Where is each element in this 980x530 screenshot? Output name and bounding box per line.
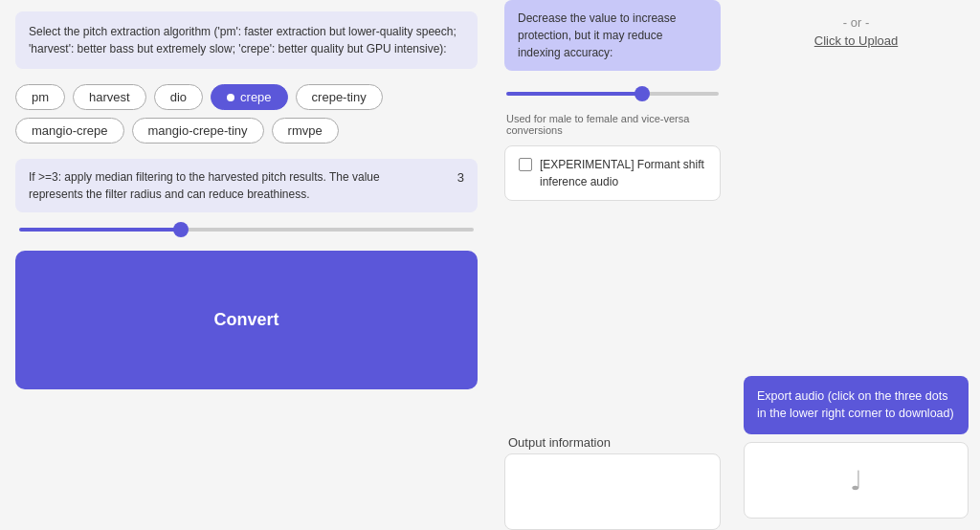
algorithm-info-box: Select the pitch extraction algorithm ('…	[15, 11, 478, 69]
export-box: Export audio (click on the three dots in…	[744, 376, 969, 435]
formant-label: [EXPERIMENTAL] Formant shift inference a…	[540, 156, 706, 190]
output-label: Output information	[504, 428, 721, 453]
pitch-slider-container	[504, 78, 721, 103]
algo-btn-mangio-crepe[interactable]: mangio-crepe	[15, 118, 124, 144]
crepe-selected-dot	[227, 94, 234, 101]
algo-btn-harvest[interactable]: harvest	[73, 84, 146, 110]
main-container: Select the pitch extraction algorithm ('…	[0, 0, 980, 530]
middle-panel: Decrease the value to increase protectio…	[493, 0, 732, 530]
right-panel: - or - Click to Upload Export audio (cli…	[732, 0, 980, 530]
filter-slider-container	[15, 218, 478, 235]
filter-slider[interactable]	[19, 228, 474, 232]
middle-spacer	[504, 212, 721, 409]
filter-info-box: If >=3: apply median filtering to the ha…	[15, 159, 478, 212]
pitch-section: Decrease the value to increase protectio…	[504, 0, 721, 201]
algo-btn-rmvpe-label: rmvpe	[288, 123, 323, 138]
algo-btn-mangio-crepe-tiny[interactable]: mangio-crepe-tiny	[132, 118, 264, 144]
music-icon: ♩	[850, 465, 862, 497]
convert-label: Convert	[213, 310, 278, 330]
algo-btn-rmvpe[interactable]: rmvpe	[272, 118, 339, 144]
left-panel: Select the pitch extraction algorithm ('…	[0, 0, 493, 530]
pitch-info-box: Decrease the value to increase protectio…	[504, 0, 721, 71]
export-section: Export audio (click on the three dots in…	[744, 376, 969, 519]
algo-btn-pm[interactable]: pm	[15, 84, 65, 110]
filter-section: If >=3: apply median filtering to the ha…	[15, 159, 478, 235]
upload-section: - or - Click to Upload	[744, 0, 969, 55]
algo-btn-mangio-crepe-tiny-label: mangio-crepe-tiny	[148, 123, 248, 138]
output-section: Output information	[504, 420, 721, 530]
audio-player-area: ♩	[744, 442, 969, 519]
algo-btn-mangio-crepe-label: mangio-crepe	[32, 123, 108, 138]
pitch-slider[interactable]	[506, 92, 719, 96]
upload-click-text[interactable]: Click to Upload	[814, 33, 898, 48]
algo-btn-harvest-label: harvest	[89, 90, 130, 104]
algo-btn-pm-label: pm	[32, 90, 49, 104]
formant-checkbox[interactable]	[519, 158, 532, 171]
upload-or-text: - or -	[843, 15, 869, 30]
algo-btn-crepe[interactable]: crepe	[211, 84, 288, 110]
formant-box[interactable]: [EXPERIMENTAL] Formant shift inference a…	[504, 145, 721, 201]
algorithm-buttons-group: pm harvest dio crepe crepe-tiny mangio-c…	[15, 80, 478, 147]
algo-btn-crepe-tiny-label: crepe-tiny	[312, 90, 367, 104]
export-label: Export audio (click on the three dots in…	[757, 389, 954, 421]
algo-btn-dio[interactable]: dio	[154, 84, 203, 110]
pitch-info-text: Decrease the value to increase protectio…	[518, 11, 676, 59]
algo-btn-dio-label: dio	[170, 90, 187, 104]
output-box	[504, 453, 721, 530]
algorithm-info-text: Select the pitch extraction algorithm ('…	[29, 25, 457, 55]
pitch-note: Used for male to female and vice-versa c…	[504, 111, 721, 138]
filter-info-text: If >=3: apply median filtering to the ha…	[29, 168, 434, 203]
convert-button[interactable]: Convert	[15, 251, 478, 389]
right-spacer	[744, 55, 969, 376]
filter-value-display: 3	[445, 168, 464, 188]
algo-btn-crepe-label: crepe	[240, 90, 272, 104]
algo-btn-crepe-tiny[interactable]: crepe-tiny	[296, 84, 383, 110]
